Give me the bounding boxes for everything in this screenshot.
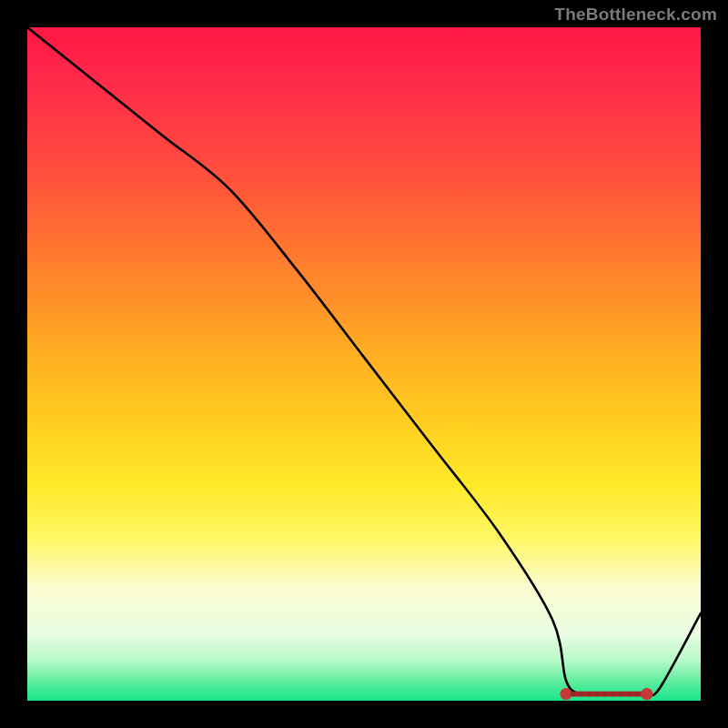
flat-marker-dot	[619, 692, 623, 696]
chart-svg	[27, 27, 701, 701]
flat-marker-dot	[602, 692, 607, 696]
flat-marker-dot	[579, 692, 583, 696]
flat-markers	[560, 688, 652, 700]
attribution-text: TheBottleneck.com	[554, 5, 717, 23]
curve-line	[27, 27, 701, 695]
flat-marker-dot	[635, 692, 640, 696]
flat-marker-dot	[571, 692, 575, 696]
flat-marker-dot	[560, 688, 571, 700]
flat-marker-dot	[594, 692, 599, 696]
flat-marker-dot	[627, 692, 632, 696]
flat-marker-dot	[611, 692, 615, 696]
chart-stage: TheBottleneck.com	[0, 0, 728, 728]
flat-marker-dot	[587, 692, 592, 696]
flat-marker-dot	[641, 688, 652, 700]
